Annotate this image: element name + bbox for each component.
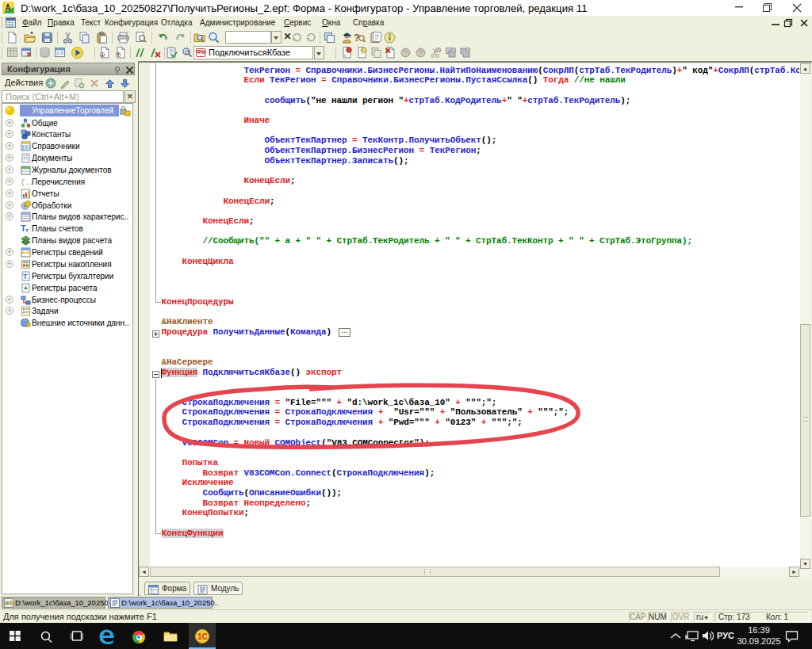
svg-text:1С: 1С (197, 632, 208, 641)
svg-text:т: т (25, 227, 29, 234)
svg-text:Т: Т (23, 273, 28, 281)
svg-text:{..}: {..} (21, 179, 33, 187)
svg-text:@: @ (185, 48, 191, 55)
